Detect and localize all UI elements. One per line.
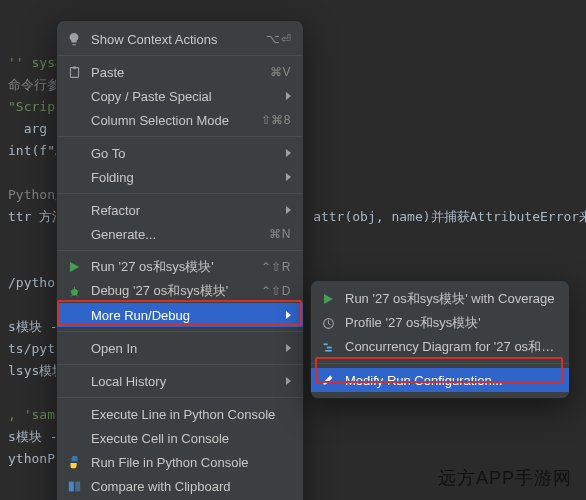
menu-paste[interactable]: Paste ⌘V bbox=[57, 60, 303, 84]
bulb-icon bbox=[65, 30, 83, 48]
submenu-run-coverage[interactable]: Run '27 os和sys模块' with Coverage bbox=[311, 287, 569, 311]
menu-shortcut: ⌥⏎ bbox=[266, 32, 291, 46]
run-icon bbox=[65, 258, 83, 276]
menu-shortcut: ⌘N bbox=[269, 227, 291, 241]
menu-shortcut: ⌃⇧D bbox=[261, 284, 291, 298]
diff-icon bbox=[65, 477, 83, 495]
menu-label: Modify Run Configuration... bbox=[345, 373, 557, 388]
chevron-right-icon bbox=[286, 344, 291, 352]
blank-icon bbox=[65, 201, 83, 219]
svg-rect-0 bbox=[70, 67, 78, 77]
blank-icon bbox=[65, 306, 83, 324]
svg-rect-8 bbox=[325, 349, 332, 351]
menu-label: More Run/Debug bbox=[91, 308, 276, 323]
menu-separator bbox=[57, 136, 303, 137]
menu-refactor[interactable]: Refactor bbox=[57, 198, 303, 222]
menu-column-selection[interactable]: Column Selection Mode ⇧⌘8 bbox=[57, 108, 303, 132]
chevron-right-icon bbox=[286, 173, 291, 181]
menu-label: Local History bbox=[91, 374, 276, 389]
menu-separator bbox=[57, 193, 303, 194]
blank-icon bbox=[65, 87, 83, 105]
menu-debug[interactable]: Debug '27 os和sys模块' ⌃⇧D bbox=[57, 279, 303, 303]
menu-run-file[interactable]: Run File in Python Console bbox=[57, 450, 303, 474]
menu-more-run-debug[interactable]: More Run/Debug bbox=[57, 303, 303, 327]
submenu-profile[interactable]: Profile '27 os和sys模块' bbox=[311, 311, 569, 335]
menu-label: Show Context Actions bbox=[91, 32, 256, 47]
menu-separator bbox=[57, 397, 303, 398]
menu-label: Column Selection Mode bbox=[91, 113, 251, 128]
run-coverage-icon bbox=[319, 290, 337, 308]
menu-label: Go To bbox=[91, 146, 276, 161]
menu-label: Execute Cell in Console bbox=[91, 431, 291, 446]
python-icon bbox=[65, 453, 83, 471]
menu-label: Run File in Python Console bbox=[91, 455, 291, 470]
menu-execute-cell[interactable]: Execute Cell in Console bbox=[57, 426, 303, 450]
menu-separator bbox=[57, 55, 303, 56]
context-menu: Show Context Actions ⌥⏎ Paste ⌘V Copy / … bbox=[56, 20, 304, 500]
submenu-concurrency[interactable]: Concurrency Diagram for '27 os和sys模块' bbox=[311, 335, 569, 359]
menu-shortcut: ⌃⇧R bbox=[261, 260, 291, 274]
menu-context-actions[interactable]: Show Context Actions ⌥⏎ bbox=[57, 27, 303, 51]
svg-rect-7 bbox=[326, 346, 331, 348]
profile-icon bbox=[319, 314, 337, 332]
menu-label: Copy / Paste Special bbox=[91, 89, 276, 104]
submenu-more-run-debug: Run '27 os和sys模块' with Coverage Profile … bbox=[310, 280, 570, 399]
menu-separator bbox=[57, 331, 303, 332]
chevron-right-icon bbox=[286, 206, 291, 214]
watermark-text: 远方APP手游网 bbox=[438, 466, 572, 490]
menu-label: Run '27 os和sys模块' bbox=[91, 258, 251, 276]
menu-label: Folding bbox=[91, 170, 276, 185]
svg-rect-6 bbox=[323, 343, 327, 345]
menu-goto[interactable]: Go To bbox=[57, 141, 303, 165]
blank-icon bbox=[65, 225, 83, 243]
menu-label: Generate... bbox=[91, 227, 259, 242]
menu-label: Debug '27 os和sys模块' bbox=[91, 282, 251, 300]
blank-icon bbox=[65, 144, 83, 162]
menu-separator bbox=[57, 250, 303, 251]
blank-icon bbox=[65, 339, 83, 357]
svg-rect-1 bbox=[72, 66, 75, 68]
clipboard-icon bbox=[65, 63, 83, 81]
blank-icon bbox=[65, 111, 83, 129]
chevron-right-icon bbox=[286, 377, 291, 385]
debug-icon bbox=[65, 282, 83, 300]
menu-separator bbox=[57, 364, 303, 365]
menu-copy-paste-special[interactable]: Copy / Paste Special bbox=[57, 84, 303, 108]
menu-label: Run '27 os和sys模块' with Coverage bbox=[345, 290, 557, 308]
edit-icon bbox=[319, 371, 337, 389]
blank-icon bbox=[65, 429, 83, 447]
menu-label: Open In bbox=[91, 341, 276, 356]
menu-label: Paste bbox=[91, 65, 260, 80]
menu-label: Concurrency Diagram for '27 os和sys模块' bbox=[345, 338, 557, 356]
chevron-right-icon bbox=[286, 92, 291, 100]
blank-icon bbox=[65, 168, 83, 186]
menu-label: Profile '27 os和sys模块' bbox=[345, 314, 557, 332]
concurrency-icon bbox=[319, 338, 337, 356]
menu-label: Compare with Clipboard bbox=[91, 479, 291, 494]
menu-folding[interactable]: Folding bbox=[57, 165, 303, 189]
menu-compare-clipboard[interactable]: Compare with Clipboard bbox=[57, 474, 303, 498]
submenu-modify-run-config[interactable]: Modify Run Configuration... bbox=[311, 368, 569, 392]
menu-local-history[interactable]: Local History bbox=[57, 369, 303, 393]
menu-label: Refactor bbox=[91, 203, 276, 218]
blank-icon bbox=[65, 372, 83, 390]
menu-shortcut: ⌘V bbox=[270, 65, 291, 79]
blank-icon bbox=[65, 405, 83, 423]
menu-run[interactable]: Run '27 os和sys模块' ⌃⇧R bbox=[57, 255, 303, 279]
svg-point-2 bbox=[71, 289, 78, 296]
chevron-right-icon bbox=[286, 311, 291, 319]
menu-label: Execute Line in Python Console bbox=[91, 407, 291, 422]
chevron-right-icon bbox=[286, 149, 291, 157]
menu-execute-line[interactable]: Execute Line in Python Console bbox=[57, 402, 303, 426]
menu-shortcut: ⇧⌘8 bbox=[261, 113, 291, 127]
svg-rect-3 bbox=[68, 481, 73, 491]
menu-generate[interactable]: Generate... ⌘N bbox=[57, 222, 303, 246]
menu-open-in[interactable]: Open In bbox=[57, 336, 303, 360]
svg-rect-4 bbox=[75, 481, 80, 491]
menu-separator bbox=[311, 363, 569, 364]
